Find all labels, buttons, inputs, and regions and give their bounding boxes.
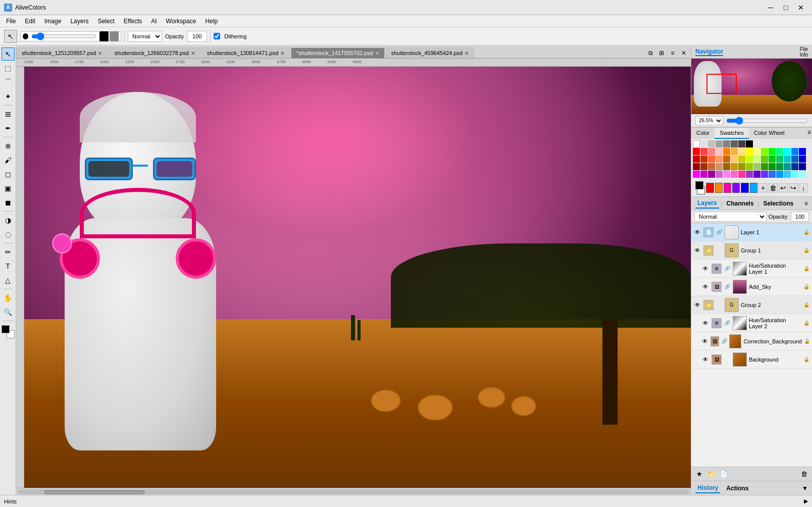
layers-blend-select[interactable]: Normal Multiply Screen [694,212,767,222]
swatch-pure-blue[interactable] [799,148,806,155]
delete-color-button[interactable]: 🗑 [769,183,778,192]
swatch-maroon[interactable] [700,163,707,170]
tool-magic-wand[interactable]: ✦ [2,90,15,103]
swatch-lt-salmon[interactable] [716,156,723,163]
swatch-pale-cyan[interactable] [799,171,806,178]
scrollbar-thumb[interactable] [44,490,145,494]
color-preset-purple[interactable] [732,183,740,193]
navigator-tab[interactable]: Navigator [695,48,723,56]
history-tab[interactable]: History [695,483,720,493]
tool-blur[interactable]: ◌ [2,228,15,241]
swatch-gray[interactable] [708,140,715,147]
color-preset-cyan[interactable] [750,183,757,193]
swatch-spring-green[interactable] [776,148,783,155]
foreground-color-swatch[interactable] [2,325,10,333]
tool-gradient[interactable]: ◼ [2,196,15,209]
swatch-gold[interactable] [731,163,738,170]
tool-hand[interactable]: ✋ [2,291,15,305]
tool-move[interactable]: ↖ [2,47,15,61]
swatch-tan[interactable] [716,163,723,170]
swatch-olive-yellow[interactable] [738,156,745,163]
tab-new-button[interactable]: ⧉ [645,48,655,58]
tab-file-4[interactable]: *shutterstock_1417055702.psd ✕ [291,47,385,58]
tab-file-5[interactable]: shutterstock_459645424.psd ✕ [386,47,474,58]
swatch-pink-magenta[interactable] [731,171,738,178]
swatch-mid-green[interactable] [761,156,768,163]
swatch-dk-purple[interactable] [708,171,715,178]
tool-zoom[interactable]: 🔍 [2,306,15,319]
layer-add-button[interactable]: ★ [694,469,704,479]
swatch-blue[interactable] [791,148,798,155]
color-preset-red[interactable] [706,183,714,193]
swatch-sienna[interactable] [708,163,715,170]
group2-lock[interactable]: 🔒 [803,301,810,309]
swatch-dark-red[interactable] [693,163,700,170]
swatch-red-orange[interactable] [708,156,715,163]
correctionbg-lock[interactable]: 🔒 [804,338,810,345]
layer-item-group2[interactable]: 👁 📁 G Group 2 🔒 [691,296,812,314]
add-color-button[interactable]: + [758,183,768,192]
hue1-visibility[interactable]: 👁 [701,265,709,273]
swatch-white[interactable] [693,140,700,147]
swatch-dk-blue[interactable] [799,156,806,163]
swatch-blue-violet[interactable] [753,171,760,178]
swatch-orange[interactable] [723,148,730,155]
swatch-brown[interactable] [723,163,730,170]
layers-tab-channels[interactable]: Channels [725,199,756,208]
addsky-visibility[interactable]: 👁 [701,283,709,291]
swatch-yellow-green2[interactable] [746,156,753,163]
hue1-lock[interactable]: 🔒 [803,265,810,272]
menu-ai[interactable]: AI [147,17,161,26]
background-lock[interactable]: 🔒 [803,356,810,363]
swatch-green[interactable] [769,148,776,155]
tab-close-1[interactable]: ✕ [98,50,102,56]
swatch-dkr-gray[interactable] [731,140,738,147]
tab-close-4[interactable]: ✕ [375,50,379,56]
color-preset-blue[interactable] [741,183,748,193]
hue2-visibility[interactable]: 👁 [701,319,709,327]
tab-close-3[interactable]: ✕ [280,50,284,56]
swatch-dk-red[interactable] [693,156,700,163]
swatch-forest[interactable] [761,163,768,170]
swatch-dk-gray[interactable] [723,140,730,147]
close-button[interactable]: ✕ [794,3,808,13]
toolbar-tool-selector[interactable]: ↖ [4,30,17,43]
correctionbg-visibility[interactable]: 👁 [701,337,708,345]
redo-color-button[interactable]: ↪ [789,183,798,192]
dithering-checkbox[interactable] [214,33,220,39]
swatch-cyan[interactable] [784,148,791,155]
color-preset-orange[interactable] [715,183,723,193]
swatch-magenta[interactable] [693,171,700,178]
layer-item-addsky[interactable]: 👁 🖼 🔗 Add_Sky 🔒 [691,278,812,296]
swatch-lt-yg[interactable] [753,156,760,163]
layer-item-layer1[interactable]: 👁 📄 🔗 Layer 1 🔒 [691,223,812,241]
layer-delete-button[interactable]: 🗑 [799,469,809,479]
color-panel-menu[interactable]: ≡ [806,128,812,139]
navigator-file-info-tab[interactable]: File Info [800,48,808,56]
hue2-lock[interactable]: 🔒 [803,320,810,327]
swatch-red[interactable] [693,148,700,155]
layer-add-adjustment-button[interactable]: 📄 [719,469,729,479]
menu-workspace[interactable]: Workspace [162,17,200,26]
zoom-select[interactable]: 26.5% 50% 100% [695,116,723,125]
tool-marquee[interactable]: ⬚ [2,62,15,75]
minimize-button[interactable]: ─ [764,3,778,13]
tool-eyedropper[interactable]: ✒ [2,122,15,135]
tool-crop[interactable]: ⊞ [2,108,15,121]
tool-shape[interactable]: △ [2,274,15,287]
swatch-lt-red[interactable] [700,148,707,155]
swatch-lt-orange[interactable] [731,148,738,155]
tab-grid-button[interactable]: ⊞ [656,48,667,58]
swatch-dk-red2[interactable] [700,156,707,163]
tab-file-3[interactable]: shutterstock_130814471.psd ✕ [201,47,290,58]
statusbar-expand-button[interactable]: ▶ [804,498,808,504]
tool-eraser[interactable]: ◻ [2,168,15,181]
swatch-indigo[interactable] [761,171,768,178]
tab-close-2[interactable]: ✕ [191,50,195,56]
history-expand[interactable]: ▼ [802,485,808,492]
layer-item-group1[interactable]: 👁 📁 G Group 1 🔒 [691,241,812,260]
menu-edit[interactable]: Edit [21,17,39,26]
swatch-black[interactable] [746,140,753,147]
swatch-dk-navy[interactable] [799,163,806,170]
swatch-purple-magenta[interactable] [700,171,707,178]
